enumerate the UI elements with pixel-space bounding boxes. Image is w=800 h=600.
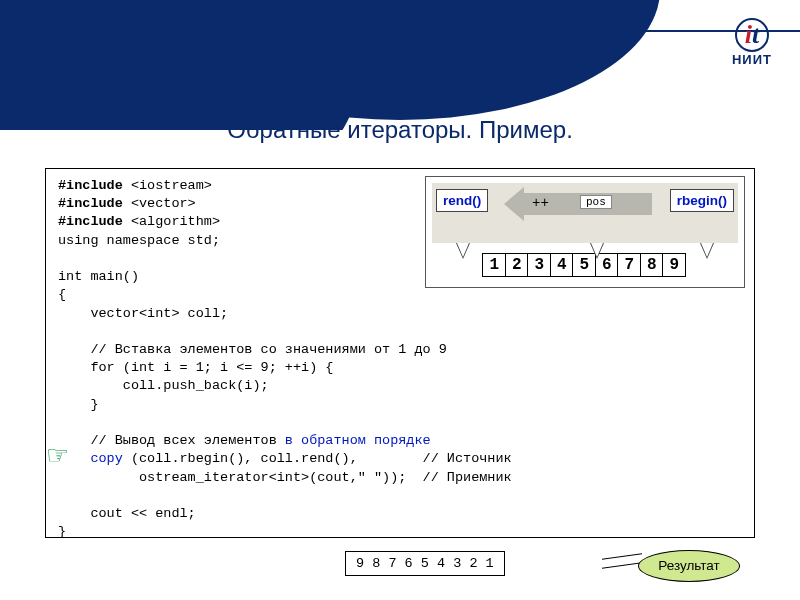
cell: 3 [527,253,551,277]
code-text: (coll.rbegin(), coll.rend(), // Источник [123,451,512,466]
cell: 8 [640,253,664,277]
code-text: <iostream> [123,178,212,193]
code-comment: // Вставка элементов со значениями от 1 … [58,342,447,357]
pointer-icon [701,243,713,257]
keyword: #include [58,214,123,229]
iterator-diagram: rend() ++ pos rbegin() 1 2 3 4 5 6 7 8 9 [425,176,745,288]
cell: 1 [482,253,506,277]
result-badge: Результат [638,550,740,582]
arrow-left-icon [504,187,524,221]
code-text: using namespace std; [58,233,220,248]
code-emphasis: в обратном порядке [285,433,431,448]
rbegin-label: rbegin() [670,189,734,212]
cell: 4 [550,253,574,277]
logo: it НИИТ [732,18,772,67]
code-text: <algorithm> [123,214,220,229]
code-text: } [58,397,99,412]
code-text: cout << endl; [58,506,196,521]
code-text: for (int i = 1; i <= 9; ++i) { [58,360,333,375]
header-banner [0,0,800,130]
code-text: int main() [58,269,139,284]
keyword: #include [58,178,123,193]
logo-text: НИИТ [732,52,772,67]
rend-label: rend() [436,189,488,212]
pointer-icon [591,243,603,257]
code-text: coll.push_back(i); [58,378,269,393]
logo-mark: it [732,18,772,52]
increment-label: ++ [532,195,549,211]
output-box: 9 8 7 6 5 4 3 2 1 [345,551,505,576]
cell: 2 [505,253,529,277]
code-text: { [58,287,66,302]
code-text: <vector> [123,196,196,211]
hand-icon: ☞ [46,440,69,471]
logo-ring-icon: it [735,18,769,52]
diagram-top-row: rend() ++ pos rbegin() [432,183,738,243]
code-text: } [58,524,66,539]
code-text: ostream_iterator<int>(cout," ")); // При… [58,470,512,485]
code-comment: // Вывод всех элементов [58,433,285,448]
cell: 9 [662,253,686,277]
code-text: vector<int> coll; [58,306,228,321]
cells-row: 1 2 3 4 5 6 7 8 9 [432,243,738,281]
keyword: #include [58,196,123,211]
cell: 7 [617,253,641,277]
pos-label: pos [580,195,612,209]
callout-connector [602,553,642,569]
slide-title: Обратные итераторы. Пример. [0,116,800,144]
pointer-icon [457,243,469,257]
